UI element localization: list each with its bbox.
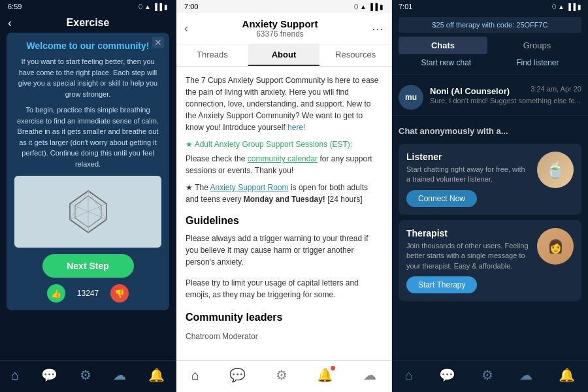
nav-weather-icon[interactable]: ☁ <box>113 367 126 383</box>
therapist-card-desc: Join thousands of other users. Feeling b… <box>406 241 531 271</box>
panel2-time: 7:00 <box>184 3 198 10</box>
panel3-actions: Start new chat Find listener <box>399 58 581 67</box>
listener-card-desc: Start chatting right away for free, with… <box>406 165 531 185</box>
panel1-header: ‹ Exercise <box>0 13 176 33</box>
p3-wifi-icon: ▲ <box>558 3 564 10</box>
p2-wifi-icon: ▲ <box>360 3 367 10</box>
connect-now-button[interactable]: Connect Now <box>406 190 477 207</box>
promo-banner[interactable]: $25 off therapy with code: 25OFF7C <box>399 17 581 33</box>
p3-nav-weather-icon[interactable]: ☁ <box>519 367 532 383</box>
noni-chat-preview: Sure, I don't mind! Suggest something el… <box>430 97 581 105</box>
p3-nav-community-icon[interactable]: ⚙ <box>482 367 493 383</box>
vote-up-button[interactable]: 👍 <box>47 284 65 302</box>
next-step-button[interactable]: Next Step <box>42 254 134 278</box>
diamond-svg <box>62 186 114 238</box>
signal-icon: ▐▐ <box>153 3 162 10</box>
panel1-navbar: ⌂ 💬 ⚙ ☁ 🔔 <box>0 360 176 392</box>
panel2-navbar: ⌂ 💬 ⚙ 🔔 ☁ <box>176 360 391 392</box>
start-therapy-button[interactable]: Start Therapy <box>406 276 477 293</box>
panel2-header: ‹ Anxiety Support 63376 friends ⋯ <box>176 13 391 44</box>
about-text: The 7 Cups Anxiety Support Community is … <box>186 74 382 133</box>
anxiety-room-text: ★ The Anxiety Support Room is open for b… <box>186 182 382 205</box>
tab-threads[interactable]: Threads <box>176 44 248 66</box>
community-leaders-title: Community leaders <box>186 310 382 325</box>
panel1-statusbar: 6:59 ⬯ ▲ ▐▐ ▮ <box>0 0 176 13</box>
p2-nav-chat-icon[interactable]: 💬 <box>229 367 246 383</box>
p2-nav-misc-icon[interactable]: ☁ <box>363 367 376 383</box>
panel2-body: The 7 Cups Anxiety Support Community is … <box>176 67 391 360</box>
listener-card-title: Listener <box>406 152 531 162</box>
chat-item-noni[interactable]: mu Noni (AI Counselor) 3:24 am, Apr 20 S… <box>392 80 588 115</box>
panel1-status-icons: ⬯ ▲ ▐▐ ▮ <box>139 3 168 10</box>
guidelines-title: Guidelines <box>186 213 382 229</box>
noni-chat-name: Noni (AI Counselor) 3:24 am, Apr 20 <box>430 85 581 97</box>
chat-panel: 7:01 ⬯ ▲ ▐▐ ▮ $25 off therapy with code:… <box>392 0 588 392</box>
panel3-statusbar: 7:01 ⬯ ▲ ▐▐ ▮ <box>392 0 588 13</box>
noni-chat-info: Noni (AI Counselor) 3:24 am, Apr 20 Sure… <box>430 85 581 105</box>
welcome-paragraph1: If you want to start feeling better, the… <box>14 56 161 99</box>
nav-community-icon[interactable]: ⚙ <box>80 367 91 383</box>
panel2-statusbar: 7:00 ⬯ ▲ ▐▐ ▮ <box>176 0 391 13</box>
listener-card: Listener Start chatting right away for f… <box>399 144 581 215</box>
p3-bluetooth-icon: ⬯ <box>552 3 556 10</box>
tab-chats[interactable]: Chats <box>399 37 487 54</box>
panel2-title: Anxiety Support <box>188 18 372 29</box>
welcome-box: Welcome to our community! ✕ If you want … <box>7 33 169 310</box>
listener-card-info: Listener Start chatting right away for f… <box>406 152 531 207</box>
panel1-content: Welcome to our community! ✕ If you want … <box>0 33 176 360</box>
community-calendar-link[interactable]: community calendar <box>248 154 318 163</box>
panel3-divider2 <box>392 115 588 116</box>
chat-anon-heading: Chat anonymously with a... <box>392 121 588 139</box>
panel1-time: 6:59 <box>8 3 22 10</box>
panel1-title: Exercise <box>67 17 110 29</box>
p2-nav-home-icon[interactable]: ⌂ <box>191 368 199 383</box>
anxiety-support-panel: 7:00 ⬯ ▲ ▐▐ ▮ ‹ Anxiety Support 63376 fr… <box>176 0 392 392</box>
close-button[interactable]: ✕ <box>152 37 164 48</box>
panel2-tabs: Threads About Resources <box>176 44 391 67</box>
panel2-title-wrap: Anxiety Support 63376 friends <box>188 18 372 39</box>
p2-nav-notif-icon[interactable]: 🔔 <box>317 367 333 383</box>
guideline1: Please always add a trigger warning to y… <box>186 233 382 268</box>
nav-chat-icon[interactable]: 💬 <box>41 367 57 383</box>
p2-nav-community-icon[interactable]: ⚙ <box>276 367 287 383</box>
nav-home-icon[interactable]: ⌂ <box>11 368 19 383</box>
breathing-animation <box>14 176 161 248</box>
panel2-more-button[interactable]: ⋯ <box>372 22 384 36</box>
p3-nav-home-icon[interactable]: ⌂ <box>405 368 413 383</box>
introduce-link[interactable]: here! <box>287 123 305 132</box>
start-new-chat-button[interactable]: Start new chat <box>421 58 471 67</box>
tab-about[interactable]: About <box>248 44 320 66</box>
panel2-status-icons: ⬯ ▲ ▐▐ ▮ <box>354 3 384 10</box>
panel1-back-button[interactable]: ‹ <box>8 16 12 30</box>
p2-signal-icon: ▐▐ <box>368 3 378 10</box>
therapist-card-title: Therapist <box>406 228 531 238</box>
vote-row: 👍 13247 👎 <box>14 284 161 302</box>
panel3-status-icons: ⬯ ▲ ▐▐ ▮ <box>552 3 581 10</box>
chatroom-label: Chatroom Moderator <box>186 331 382 342</box>
panel3-tabs: Chats Groups <box>399 37 581 54</box>
adult-sessions-title: ★ Adult Anxiety Group Support Sessions (… <box>186 139 382 150</box>
tab-groups[interactable]: Groups <box>493 37 581 54</box>
p2-battery-icon: ▮ <box>380 3 384 10</box>
anxiety-room-link[interactable]: Anxiety Support Room <box>210 183 288 192</box>
exercise-panel: 6:59 ⬯ ▲ ▐▐ ▮ ‹ Exercise Welcome to our … <box>0 0 176 392</box>
p2-bluetooth-icon: ⬯ <box>354 3 358 10</box>
p3-nav-chat-icon[interactable]: 💬 <box>439 367 455 383</box>
vote-down-button[interactable]: 👎 <box>110 284 129 302</box>
therapist-image: 👩 <box>537 228 574 265</box>
panel3-time: 7:01 <box>399 3 412 10</box>
panel3-divider <box>392 74 588 74</box>
welcome-paragraph2: To begin, practice this simple breathing… <box>14 105 161 169</box>
p3-nav-bell-icon[interactable]: 🔔 <box>559 367 575 383</box>
therapist-card-info: Therapist Join thousands of other users.… <box>406 228 531 293</box>
bluetooth-icon: ⬯ <box>139 3 142 10</box>
vote-count: 13247 <box>72 287 104 300</box>
adult-sessions-text: Please check the community calendar for … <box>186 153 382 176</box>
tab-resources[interactable]: Resources <box>319 44 391 66</box>
find-listener-button[interactable]: Find listener <box>516 58 559 67</box>
nav-bell-icon[interactable]: 🔔 <box>148 367 165 383</box>
p3-battery-icon: ▮ <box>578 3 581 10</box>
panel3-navbar: ⌂ 💬 ⚙ ☁ 🔔 <box>392 360 588 392</box>
community-section: Chatroom Moderator <box>186 331 382 342</box>
welcome-title: Welcome to our community! <box>14 41 161 51</box>
